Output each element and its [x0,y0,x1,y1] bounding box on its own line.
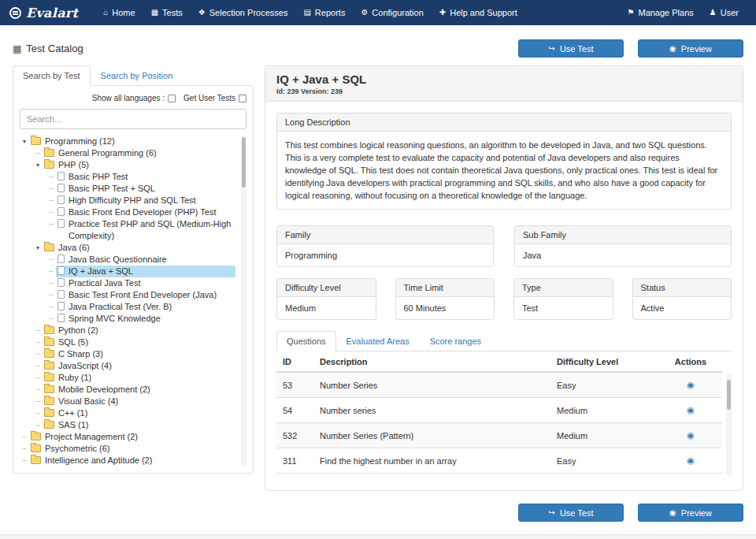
nav-tests[interactable]: ▦ Tests [143,0,191,25]
tree-node[interactable]: Practical Java Test [20,277,235,289]
preview-button-bottom[interactable]: ◉ Preview [638,504,743,522]
questions-table: ID Description Difficulty Level Actions … [276,351,732,479]
tree-node[interactable]: Java Practical Test (Ver. B) [20,301,235,313]
tree-node-icon [44,374,54,381]
question-id: 311 [276,456,320,466]
tree-node[interactable]: PHP (5) [20,159,235,171]
tree-node[interactable]: Psychometric (6) [20,443,235,455]
tree-node[interactable]: Java (6) [20,242,235,254]
tree-node[interactable]: Spring MVC Knowledge [20,313,235,325]
tree-scrollbar[interactable] [241,136,246,467]
user-nav: ⚑ Manage Plans ♟ User [620,0,747,25]
tab-search-by-position[interactable]: Search by Position [91,65,183,86]
tree-node[interactable]: Java Basic Questionnaire [20,254,235,266]
difficulty-panel: Difficulty Level Medium [276,278,376,320]
get-user-tests-option[interactable]: Get User Tests [183,94,246,102]
nav-configuration[interactable]: ⚙ Configuration [353,0,431,25]
tree-node[interactable]: Basic PHP Test + SQL [20,183,235,195]
nav-selection-processes[interactable]: ❖ Selection Processes [191,0,296,25]
tree-search-input[interactable] [20,109,246,129]
tree-node-icon [57,195,65,204]
nav-item-icon: ⌂ [103,9,108,17]
preview-button-top[interactable]: ◉ Preview [638,39,743,58]
tree-node-icon [57,172,65,180]
tree-node-icon [44,161,54,169]
nav-item-label: Tests [162,8,183,17]
use-test-button-top[interactable]: ↪ Use Test [518,39,624,58]
view-question-icon[interactable]: ◉ [687,405,695,414]
nav-help-and-support[interactable]: ✚ Help and Support [432,0,525,25]
tree-node[interactable]: C Sharp (3) [20,348,235,360]
nav-user[interactable]: ♟ User [702,0,747,25]
nav-home[interactable]: ⌂ Home [95,0,143,25]
use-test-arrow-icon: ↪ [549,509,555,517]
tree-connector-icon [46,289,56,301]
tree-connector-icon [46,277,56,289]
nav-item-label: Home [112,8,135,17]
tree-node[interactable]: Visual Basic (4) [20,396,235,407]
test-detail-panel: IQ + Java + SQL Id: 239 Version: 239 Lon… [265,65,743,491]
question-description: Number Series (Pattern) [320,431,557,440]
tab-score-ranges[interactable]: Score ranges [420,331,491,351]
tree-node[interactable]: JavaScript (4) [20,360,235,372]
nav-item-label: Help and Support [450,8,517,17]
tree-connector-icon [33,325,43,336]
nav-manage-plans[interactable]: ⚑ Manage Plans [620,0,702,25]
question-row: 311 Find the highest number in an array … [276,448,722,474]
tree-node-icon [31,433,41,440]
tree-node[interactable]: Mobile Development (2) [20,384,235,396]
long-description-panel: Long Description This test combines logi… [276,113,732,210]
type-panel: Type Test [513,278,613,320]
tree-node-icon [44,350,54,358]
catalog-box: Show all languages : Get User Tests [13,85,254,474]
tab-evaluated-areas[interactable]: Evaluated Areas [336,331,420,351]
view-question-icon[interactable]: ◉ [687,455,695,465]
tree-node[interactable]: Ruby (1) [20,372,235,384]
show-all-languages-checkbox[interactable] [168,95,176,102]
view-question-icon[interactable]: ◉ [687,380,695,389]
question-row: 53 Number Series Easy ◉ [276,373,722,398]
tree-connector-icon [46,254,56,266]
tree-node[interactable]: Intelligence and Aptitude (2) [20,455,235,467]
tree-node[interactable]: SQL (5) [20,336,235,348]
nav-item-icon: ⚙ [361,9,368,17]
tree-node-icon [44,243,54,251]
tree-connector-icon [33,360,43,372]
tree-node-iq-java-sql[interactable]: IQ + Java + SQL [20,266,235,277]
tree-node[interactable]: Basic PHP Test [20,171,235,183]
nav-reports[interactable]: ▤ Reports [295,0,353,25]
view-question-icon[interactable]: ◉ [687,430,695,440]
tab-search-by-test[interactable]: Search by Test [13,65,91,86]
tree-node[interactable]: Basic Front End Developer (PHP) Test [20,206,235,218]
question-difficulty: Medium [557,431,659,440]
tree-node[interactable]: Programming (12) [20,136,235,147]
tree-node[interactable]: Basic Test Front End Developer (Java) [20,289,235,301]
tab-questions[interactable]: Questions [276,331,336,351]
get-user-tests-checkbox[interactable] [239,95,246,102]
nav-item-icon: ▦ [151,9,158,17]
tree-node[interactable]: Project Management (2) [20,431,235,443]
tree-node[interactable]: Python (2) [20,325,235,336]
test-title: IQ + Java + SQL [276,72,732,86]
question-difficulty: Easy [557,381,659,390]
tree-scrollbar-thumb[interactable] [242,137,246,188]
tree-connector-icon [46,195,56,206]
tree-node[interactable]: High Difficulty PHP and SQL Test [20,195,235,206]
tree-node[interactable]: General Programming (6) [20,147,235,159]
show-all-languages-option[interactable]: Show all languages : [92,94,176,102]
time-limit-panel: Time Limit 60 Minutes [395,278,495,320]
user-icon: ♟ [710,9,717,17]
brand-logo[interactable]: Evalart [9,6,78,20]
tree-node[interactable]: C++ (1) [20,407,235,419]
tree-node[interactable]: SAS (1) [20,419,235,431]
tree-node[interactable]: Practice Test PHP and SQL (Medium-High C… [20,218,235,242]
use-test-button-bottom[interactable]: ↪ Use Test [518,504,624,522]
questions-table-scrollbar[interactable] [726,374,732,476]
questions-table-scrollbar-thumb[interactable] [727,380,731,410]
content-columns: Search by Test Search by Position Show a… [13,65,743,491]
catalog-panel: Search by Test Search by Position Show a… [13,65,254,474]
nav-item-icon: ▤ [303,9,310,17]
test-tree: Programming (12) General Programming (6) [20,136,246,467]
question-row: 532 Number Series (Pattern) Medium ◉ [276,423,722,448]
tree-node-icon [44,326,54,334]
